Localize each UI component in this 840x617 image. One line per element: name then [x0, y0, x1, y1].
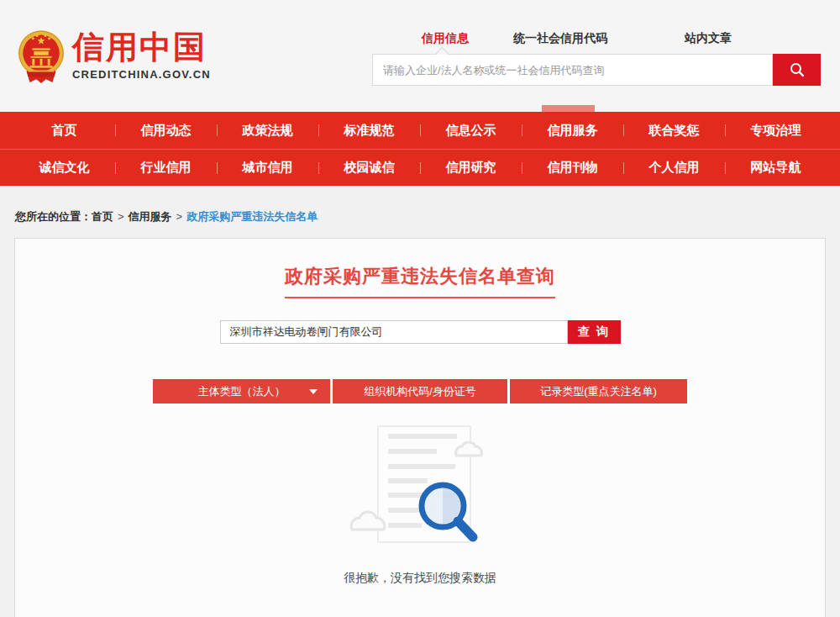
- query-panel: 政府采购严重违法失信名单查询 查 询 主体类型（法人） 组织机构代码/身份证号 …: [14, 238, 826, 617]
- result-table-header: 主体类型（法人） 组织机构代码/身份证号 记录类型(重点关注名单): [15, 379, 825, 403]
- empty-state-illustration: [15, 422, 825, 552]
- nav-row-1: 首页 信用动态 政策法规 标准规范 信息公示 信用服务 联合奖惩 专项治理: [0, 112, 840, 149]
- nav-item-credit-research[interactable]: 信用研究: [420, 150, 522, 186]
- breadcrumb-current-page: 政府采购严重违法失信名单: [186, 210, 318, 223]
- nav-item-special-governance[interactable]: 专项治理: [725, 112, 827, 149]
- breadcrumb-prefix: 您所在的位置：: [15, 210, 92, 223]
- nav-item-standards[interactable]: 标准规范: [318, 112, 420, 149]
- logo-text: 信用中国 CREDITCHINA.GOV.CN: [72, 29, 211, 81]
- column-org-code-label: 组织机构代码/身份证号: [364, 384, 476, 399]
- breadcrumb-credit-services[interactable]: 信用服务: [129, 210, 172, 223]
- header-search-input[interactable]: [372, 54, 773, 86]
- header-search-button[interactable]: [773, 54, 821, 86]
- breadcrumb-home[interactable]: 首页: [92, 210, 113, 223]
- query-button[interactable]: 查 询: [568, 320, 621, 344]
- page-title: 政府采购严重违法失信名单查询: [285, 264, 555, 298]
- nav-item-credit-services[interactable]: 信用服务: [522, 112, 623, 149]
- nav-row-2: 诚信文化 行业信用 城市信用 校园诚信 信用研究 信用刊物 个人信用 网站导航: [0, 149, 840, 186]
- empty-result-message: 很抱歉，没有找到您搜索数据: [15, 571, 825, 586]
- nav-item-integrity-culture[interactable]: 诚信文化: [13, 150, 115, 186]
- title-wrap: 政府采购严重违法失信名单查询: [15, 264, 825, 298]
- nav-item-industry-credit[interactable]: 行业信用: [115, 150, 217, 186]
- nav-item-campus-integrity[interactable]: 校园诚信: [318, 150, 420, 186]
- tab-site-articles[interactable]: 站内文章: [685, 31, 732, 46]
- logo-title: 信用中国: [72, 29, 211, 66]
- company-query-input[interactable]: [220, 320, 568, 344]
- nav-item-info-disclosure[interactable]: 信息公示: [420, 112, 522, 149]
- nav-item-policies[interactable]: 政策法规: [217, 112, 318, 149]
- column-subject-type-dropdown[interactable]: 主体类型（法人）: [153, 379, 330, 403]
- active-nav-indicator: [542, 105, 595, 112]
- nav-item-site-map[interactable]: 网站导航: [725, 150, 827, 186]
- caret-down-icon: [309, 389, 318, 394]
- nav-item-joint-rewards-punishments[interactable]: 联合奖惩: [623, 112, 725, 149]
- column-org-code: 组织机构代码/身份证号: [333, 379, 507, 403]
- query-row: 查 询: [15, 320, 825, 344]
- nav-item-personal-credit[interactable]: 个人信用: [623, 150, 725, 186]
- column-subject-type-label: 主体类型（法人）: [198, 384, 286, 399]
- active-tab-notch-fill: [436, 55, 449, 60]
- header-search-block: 信用信息 统一社会信用代码 站内文章: [372, 24, 822, 86]
- search-icon: [789, 61, 806, 78]
- site-logo[interactable]: 信用中国 CREDITCHINA.GOV.CN: [17, 29, 211, 89]
- tab-unified-social-credit-code[interactable]: 统一社会信用代码: [513, 31, 607, 46]
- logo-subtitle: CREDITCHINA.GOV.CN: [72, 68, 211, 81]
- credit-china-page: 登录| 注册 移动客户端 无障碍浏览: [0, 0, 840, 617]
- tab-credit-info[interactable]: 信用信息: [422, 31, 469, 46]
- nav-item-home[interactable]: 首页: [13, 112, 115, 149]
- nav-item-credit-publications[interactable]: 信用刊物: [522, 150, 623, 186]
- no-results-document-icon: [340, 422, 500, 552]
- nav-item-credit-news[interactable]: 信用动态: [115, 112, 217, 149]
- column-record-type: 记录类型(重点关注名单): [510, 379, 687, 403]
- breadcrumb: 您所在的位置：首页>信用服务>政府采购严重违法失信名单: [15, 209, 318, 224]
- nav-item-city-credit[interactable]: 城市信用: [217, 150, 318, 186]
- site-header: 信用中国 CREDITCHINA.GOV.CN 信用信息 统一社会信用代码 站内…: [0, 0, 840, 112]
- national-emblem-icon: [17, 29, 66, 89]
- breadcrumb-separator: >: [176, 210, 183, 223]
- main-navigation: 首页 信用动态 政策法规 标准规范 信息公示 信用服务 联合奖惩 专项治理 诚信…: [0, 112, 840, 186]
- column-record-type-label: 记录类型(重点关注名单): [540, 384, 657, 399]
- breadcrumb-separator: >: [118, 210, 124, 223]
- header-search-row: [372, 54, 822, 86]
